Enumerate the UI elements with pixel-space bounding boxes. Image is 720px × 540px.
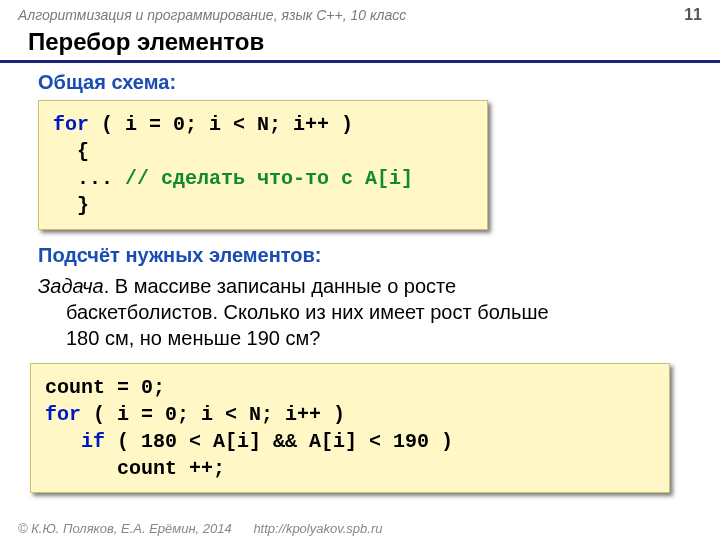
slide-title: Перебор элементов xyxy=(0,26,720,63)
task-text: Задача. В массиве записаны данные о рост… xyxy=(38,273,692,351)
footer-authors: © К.Ю. Поляков, Е.А. Ерёмин, 2014 xyxy=(18,521,232,536)
comment: // сделать что-то с A[i] xyxy=(125,167,413,190)
keyword-for: for xyxy=(53,113,89,136)
page-number: 11 xyxy=(684,6,702,24)
footer-url: http://kpolyakov.spb.ru xyxy=(253,521,382,536)
count-increment: count ++; xyxy=(45,457,225,480)
task-label: Задача xyxy=(38,275,104,297)
loop-header-2: ( i = 0; i < N; i++ ) xyxy=(81,403,357,426)
slide-content: Общая схема: for ( i = 0; i < N; i++ ) {… xyxy=(0,63,720,493)
section-count-elements: Подсчёт нужных элементов: xyxy=(38,244,692,267)
course-title: Алгоритмизация и программирование, язык … xyxy=(18,7,406,23)
count-init: count = 0; xyxy=(45,376,165,399)
slide-footer: © К.Ю. Поляков, Е.А. Ерёмин, 2014 http:/… xyxy=(18,521,382,536)
task-line1: . В массиве записаны данные о росте xyxy=(104,275,456,297)
keyword-if: if xyxy=(45,430,105,453)
code-general-loop: for ( i = 0; i < N; i++ ) { ... // сдела… xyxy=(38,100,488,230)
section-general-scheme: Общая схема: xyxy=(38,71,692,94)
slide-header: Алгоритмизация и программирование, язык … xyxy=(0,0,720,26)
if-condition: ( 180 < A[i] && A[i] < 190 ) xyxy=(105,430,453,453)
brace-open: { xyxy=(53,140,89,163)
code-count-loop: count = 0; for ( i = 0; i < N; i++ ) if … xyxy=(30,363,670,493)
task-line3: 180 см, но меньше 190 см? xyxy=(38,325,692,351)
task-line2: баскетболистов. Сколько из них имеет рос… xyxy=(38,299,692,325)
ellipsis: ... xyxy=(53,167,125,190)
brace-close: } xyxy=(53,194,89,217)
loop-header: ( i = 0; i < N; i++ ) xyxy=(89,113,365,136)
keyword-for-2: for xyxy=(45,403,81,426)
